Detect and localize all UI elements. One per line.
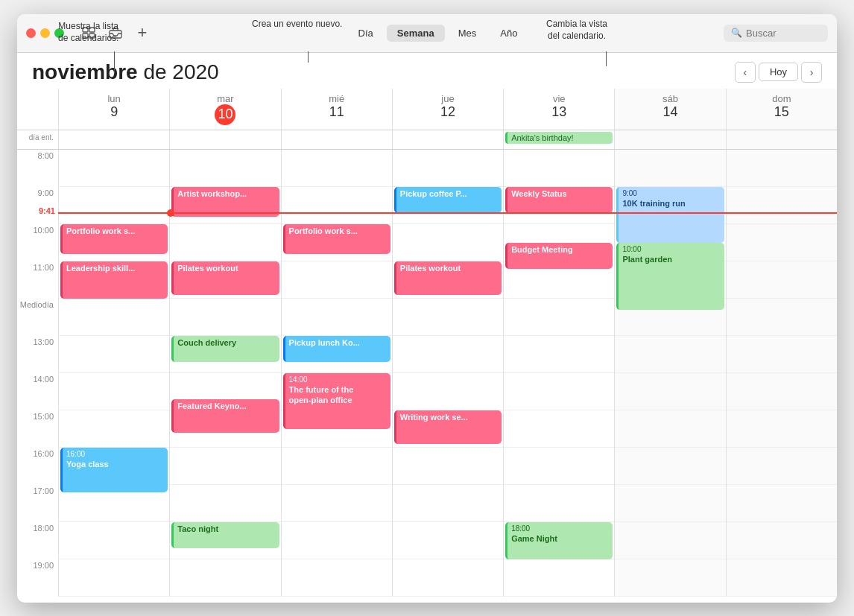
hour-cell xyxy=(393,559,503,597)
event-1[interactable]: Portfolio work s... xyxy=(60,224,168,254)
event-7[interactable]: Portfolio work s... xyxy=(283,224,390,254)
view-year-button[interactable]: Año xyxy=(490,25,528,42)
svg-rect-3 xyxy=(89,34,95,38)
hour-cell xyxy=(615,410,725,448)
time-label: 9:00 xyxy=(17,187,58,224)
prev-button[interactable]: ‹ xyxy=(735,62,756,83)
svg-rect-0 xyxy=(83,28,88,32)
allday-cell-tue xyxy=(169,130,280,149)
hour-cell xyxy=(727,261,837,299)
event-2[interactable]: Leadership skill... xyxy=(60,261,168,299)
event-6[interactable]: Taco night xyxy=(171,522,279,548)
time-label: 11:00 xyxy=(17,261,58,299)
event-0[interactable]: Artist workshop... xyxy=(171,187,279,217)
search-input[interactable] xyxy=(746,28,820,39)
hour-cell xyxy=(504,150,614,187)
hour-cell xyxy=(170,224,280,261)
hour-cell xyxy=(727,522,837,559)
hour-cell xyxy=(170,485,280,522)
allday-cell-fri: Ankita's birthday! xyxy=(503,130,614,149)
time-label: Mediodía xyxy=(17,299,58,336)
titlebar: + Día Semana Mes Año 🔍 xyxy=(17,14,837,53)
event-13[interactable]: Weekly Status xyxy=(505,187,613,213)
event-9[interactable]: 14:00The future of theopen-plan office xyxy=(283,373,390,429)
month-title: noviembre de 2020 xyxy=(32,60,219,84)
event-3[interactable]: Pilates workout xyxy=(171,261,279,295)
hour-cell xyxy=(59,559,169,597)
close-button[interactable] xyxy=(26,28,36,38)
hour-cell xyxy=(282,522,392,559)
toolbar-icons: + xyxy=(79,23,152,42)
hour-cell xyxy=(727,373,837,410)
maximize-button[interactable] xyxy=(54,28,64,38)
calendar-container: lun 9 mar 10 mié 11 jue 12 vie 13 sáb 14 xyxy=(17,89,837,603)
view-month-button[interactable]: Mes xyxy=(448,25,487,42)
calendar-list-icon[interactable] xyxy=(79,23,98,42)
hour-cell xyxy=(727,299,837,336)
today-button[interactable]: Hoy xyxy=(759,63,798,81)
calendar-window: Muestra la listade calendarios. Crea un … xyxy=(17,14,837,603)
hour-cell xyxy=(615,150,725,187)
event-8[interactable]: Pickup lunch Ko... xyxy=(283,336,390,362)
hour-cell xyxy=(59,187,169,224)
event-16[interactable]: 10:00Plant garden xyxy=(616,243,724,310)
day-col-fri: Weekly StatusBudget Meeting18:00Game Nig… xyxy=(503,150,614,597)
day-headers: lun 9 mar 10 mié 11 jue 12 vie 13 sáb 14 xyxy=(17,89,837,130)
hour-cell xyxy=(170,150,280,187)
hour-cell xyxy=(727,410,837,448)
time-label: 10:00 xyxy=(17,224,58,261)
hour-cell xyxy=(59,150,169,187)
hour-cell xyxy=(615,448,725,485)
hour-cell xyxy=(393,448,503,485)
hour-cell xyxy=(504,559,614,597)
add-event-icon[interactable]: + xyxy=(133,23,152,42)
view-day-button[interactable]: Día xyxy=(348,25,384,42)
hour-cell xyxy=(59,373,169,410)
event-5[interactable]: Featured Keyno... xyxy=(171,399,279,433)
day-header-thu: jue 12 xyxy=(392,89,503,130)
hour-cell xyxy=(59,410,169,448)
header-spacer xyxy=(17,89,58,130)
hour-cell xyxy=(393,373,503,410)
event-10[interactable]: Pickup coffee P... xyxy=(394,187,502,213)
hour-cell xyxy=(727,224,837,261)
allday-event-birthday[interactable]: Ankita's birthday! xyxy=(505,132,613,144)
next-button[interactable]: › xyxy=(801,62,822,83)
hour-cell xyxy=(727,485,837,522)
event-4[interactable]: Couch delivery xyxy=(171,336,279,362)
time-grid-inner: 8:009:0010:0011:00Mediodía13:0014:0015:0… xyxy=(17,150,837,597)
time-label: 14:00 xyxy=(17,373,58,410)
hour-cell xyxy=(727,448,837,485)
time-label: 17:00 xyxy=(17,485,58,522)
event-12[interactable]: Writing work se... xyxy=(394,410,502,444)
hour-cell xyxy=(615,522,725,559)
hour-cell xyxy=(170,299,280,336)
day-header-sun: dom 15 xyxy=(726,89,837,130)
hour-cell xyxy=(59,299,169,336)
day-header-mon: lun 9 xyxy=(58,89,169,130)
search-icon: 🔍 xyxy=(731,28,742,38)
inbox-icon[interactable] xyxy=(106,23,125,42)
event-18[interactable]: 18:00Game Night xyxy=(505,522,613,559)
event-15[interactable]: 9:0010K training run xyxy=(616,187,724,243)
hour-cell xyxy=(59,522,169,559)
search-box[interactable]: 🔍 xyxy=(724,25,828,42)
day-col-sun xyxy=(726,150,837,597)
hour-cell xyxy=(615,336,725,373)
traffic-lights xyxy=(26,28,64,38)
day-header-fri: vie 13 xyxy=(503,89,614,130)
day-header-sat: sáb 14 xyxy=(614,89,725,130)
hour-cell xyxy=(282,150,392,187)
current-time-label: 9:41 xyxy=(39,206,55,215)
event-11[interactable]: Pilates workout xyxy=(394,261,502,295)
hour-cell xyxy=(170,448,280,485)
day-col-sat: 9:0010K training run10:00Plant garden xyxy=(614,150,725,597)
hour-cell xyxy=(282,299,392,336)
minimize-button[interactable] xyxy=(40,28,50,38)
hour-cell xyxy=(393,224,503,261)
month-header: noviembre de 2020 ‹ Hoy › xyxy=(17,53,837,89)
allday-cell-thu xyxy=(392,130,503,149)
event-14[interactable]: Budget Meeting xyxy=(505,243,613,269)
view-week-button[interactable]: Semana xyxy=(387,25,445,42)
event-17[interactable]: 16:00Yoga class xyxy=(60,448,168,492)
